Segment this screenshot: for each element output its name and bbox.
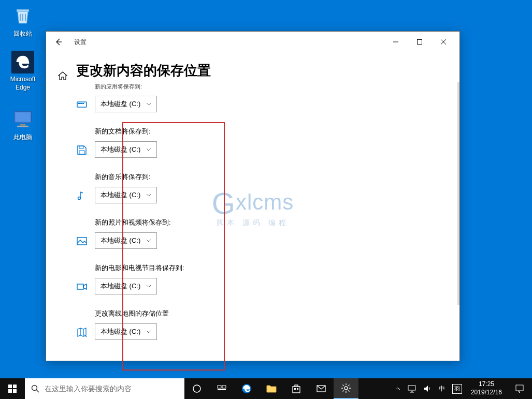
tray-ime-lang[interactable]: 中 (435, 378, 449, 399)
drive-dropdown[interactable]: 本地磁盘 (C:) (95, 187, 157, 203)
setting-label: 新的照片和视频将保存到: (95, 218, 171, 227)
taskbar-mail[interactable] (309, 378, 334, 399)
desktop-icon-label: 此电脑 (3, 134, 42, 142)
recycle-bin-icon (10, 3, 35, 28)
desktop-icon-this-pc[interactable]: 此电脑 (3, 107, 42, 142)
setting-label: 新的音乐将保存到: (95, 172, 157, 182)
maximize-button[interactable] (408, 34, 432, 50)
search-input[interactable] (45, 385, 178, 393)
desktop-icon-label: Microsoft Edge (3, 76, 42, 92)
svg-rect-22 (222, 386, 226, 388)
apps-icon (76, 99, 88, 110)
svg-rect-3 (20, 124, 26, 126)
drive-dropdown[interactable]: 本地磁盘 (C:) (95, 96, 157, 112)
setting-apps: 新的应用将保存到: 本地磁盘 (C:) (76, 83, 449, 112)
tray-ime-mode[interactable]: 羽 (449, 378, 466, 399)
chevron-down-icon (146, 193, 151, 198)
tray-overflow[interactable] (392, 378, 404, 399)
titlebar: 设置 (46, 32, 459, 52)
dropdown-value: 本地磁盘 (C:) (100, 327, 140, 336)
taskbar-explorer[interactable] (259, 378, 284, 399)
svg-rect-2 (15, 112, 30, 122)
windows-icon (8, 385, 17, 393)
setting-label: 更改离线地图的存储位置 (95, 309, 169, 318)
tray-display[interactable] (404, 378, 420, 399)
svg-point-28 (344, 387, 348, 390)
svg-rect-11 (79, 151, 84, 154)
task-view-button[interactable] (209, 378, 234, 399)
edge-icon (11, 51, 34, 73)
setting-movies: 新的电影和电视节目将保存到: 本地磁盘 (C:) (76, 263, 449, 294)
video-icon (76, 281, 88, 292)
setting-label: 新的电影和电视节目将保存到: (95, 263, 184, 273)
edge-icon (241, 383, 252, 394)
taskbar-edge[interactable] (234, 378, 259, 399)
setting-photos: 新的照片和视频将保存到: 本地磁盘 (C:) (76, 218, 449, 249)
svg-rect-8 (80, 103, 82, 104)
setting-label: 新的文档将保存到: (95, 127, 157, 136)
svg-point-12 (78, 197, 81, 200)
tray-notifications[interactable] (507, 384, 532, 393)
music-icon (76, 190, 88, 201)
tray-clock[interactable]: 17:25 2019/12/16 (466, 380, 507, 396)
photo-icon (76, 235, 88, 247)
svg-rect-29 (408, 386, 415, 390)
system-tray: 中 羽 17:25 2019/12/16 (392, 378, 532, 399)
desktop-icon-recycle-bin[interactable]: 回收站 (3, 3, 42, 38)
taskbar-settings[interactable] (334, 378, 358, 399)
folder-icon (266, 383, 277, 394)
svg-rect-26 (297, 388, 298, 390)
search-box[interactable] (25, 378, 184, 399)
chevron-down-icon (146, 147, 151, 152)
svg-rect-30 (516, 385, 523, 391)
task-view-icon (217, 384, 226, 393)
store-icon (291, 383, 301, 394)
notification-icon (515, 384, 524, 393)
chevron-down-icon (146, 329, 151, 334)
drive-dropdown[interactable]: 本地磁盘 (C:) (95, 323, 157, 340)
svg-point-19 (32, 386, 37, 391)
svg-rect-21 (218, 386, 221, 388)
cortana-button[interactable] (184, 378, 209, 399)
drive-dropdown[interactable]: 本地磁盘 (C:) (95, 141, 157, 158)
search-icon (31, 385, 39, 393)
svg-rect-5 (418, 40, 422, 45)
dropdown-value: 本地磁盘 (C:) (100, 99, 140, 109)
gear-icon (341, 383, 351, 393)
taskbar-store[interactable] (284, 378, 309, 399)
svg-rect-16 (13, 385, 17, 388)
svg-rect-14 (77, 284, 83, 289)
chevron-down-icon (146, 284, 151, 289)
display-icon (408, 385, 416, 393)
setting-documents: 新的文档将保存到: 本地磁盘 (C:) (76, 127, 449, 158)
back-button[interactable] (50, 34, 67, 50)
minimize-button[interactable] (384, 34, 408, 50)
window-title: 设置 (74, 38, 87, 47)
dropdown-value: 本地磁盘 (C:) (100, 282, 140, 291)
setting-music: 新的音乐将保存到: 本地磁盘 (C:) (76, 172, 449, 203)
drive-dropdown[interactable]: 本地磁盘 (C:) (95, 278, 157, 294)
settings-content: 更改新内容的保存位置 Gxlcms 脚本 源码 编程 新的应用将保存到: 本地磁… (46, 52, 459, 361)
clock-date: 2019/12/16 (471, 389, 502, 397)
save-icon (76, 144, 88, 156)
close-button[interactable] (432, 34, 455, 50)
chevron-down-icon (146, 101, 151, 107)
svg-point-20 (193, 385, 200, 392)
computer-icon (10, 107, 35, 131)
page-title: 更改新内容的保存位置 (76, 62, 449, 80)
scrollbar[interactable] (457, 82, 459, 305)
speaker-icon (423, 385, 432, 393)
circle-icon (192, 384, 202, 393)
settings-window: 设置 更改新内容的保存位置 Gxlcms 脚本 源码 编程 新的应用将保存到: … (46, 31, 460, 361)
svg-rect-17 (8, 389, 12, 393)
svg-rect-25 (294, 388, 296, 390)
dropdown-value: 本地磁盘 (C:) (100, 236, 140, 245)
start-button[interactable] (0, 378, 25, 399)
svg-rect-9 (82, 103, 84, 104)
tray-volume[interactable] (420, 378, 435, 399)
svg-rect-4 (17, 126, 28, 127)
setting-label: 新的应用将保存到: (95, 83, 157, 91)
drive-dropdown[interactable]: 本地磁盘 (C:) (95, 232, 157, 249)
desktop-icon-edge[interactable]: Microsoft Edge (3, 51, 42, 92)
svg-rect-15 (8, 385, 12, 388)
